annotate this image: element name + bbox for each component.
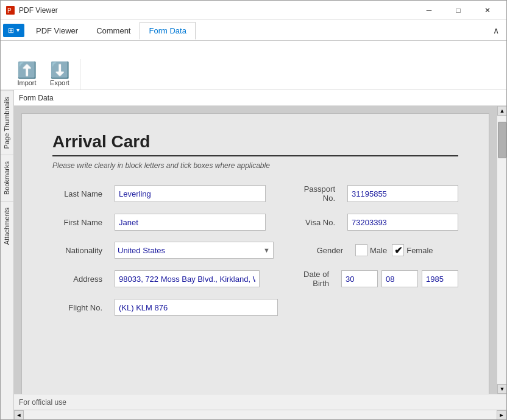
horizontal-scrollbar: ◄ ► — [14, 410, 506, 419]
gender-female-item: ✔ Female — [392, 244, 433, 256]
gender-options: Male ✔ Female — [355, 244, 433, 256]
male-label: Male — [370, 246, 387, 255]
scroll-left-button[interactable]: ◄ — [14, 410, 24, 420]
sidebar-item-bookmarks[interactable]: Bookmarks — [1, 155, 13, 201]
address-input[interactable] — [115, 270, 260, 287]
last-name-label: Last Name — [52, 189, 107, 198]
svg-text:P: P — [7, 7, 12, 14]
row-first-name: First Name Visa No. — [52, 214, 458, 231]
dob-group: Date of Birth — [285, 270, 458, 288]
dob-label: Date of Birth — [285, 270, 334, 288]
passport-input[interactable] — [347, 185, 458, 202]
hscroll-track[interactable] — [24, 410, 497, 420]
main-area: Page Thumbnails Bookmarks Attachments Fo… — [1, 90, 506, 419]
side-panel: Page Thumbnails Bookmarks Attachments — [1, 90, 14, 419]
flight-no-input[interactable] — [115, 299, 278, 316]
window-title: PDF Viewer — [19, 6, 415, 15]
passport-label: Passport No. — [291, 184, 340, 203]
scroll-right-button[interactable]: ► — [497, 410, 506, 420]
flight-no-label: Flight No. — [52, 303, 107, 312]
pdf-page: Arrival Card Please write clearly in blo… — [21, 113, 489, 394]
gender-male-item: Male — [355, 244, 387, 256]
close-button[interactable]: ✕ — [473, 1, 502, 20]
export-label: Export — [50, 79, 69, 86]
home-dropdown-icon: ▾ — [16, 27, 20, 33]
footer-label: For official use — [19, 398, 66, 407]
row-nationality: Nationality United States ▼ Gender — [52, 242, 458, 259]
last-name-input[interactable] — [115, 185, 266, 202]
visa-input[interactable] — [347, 214, 458, 231]
sidebar-item-page-thumbnails[interactable]: Page Thumbnails — [1, 90, 13, 155]
app-window: P PDF Viewer ─ □ ✕ ⊞ ▾ PDF Viewer Commen… — [0, 0, 507, 420]
ribbon-content: ⬆️ Import ⬇️ Export — [1, 41, 506, 89]
scroll-area: Arrival Card Please write clearly in blo… — [14, 106, 506, 394]
nationality-label: Nationality — [52, 246, 107, 255]
nationality-select-wrap: United States ▼ — [115, 242, 274, 259]
row-flight-no: Flight No. — [52, 299, 458, 316]
title-bar: P PDF Viewer ─ □ ✕ — [1, 1, 506, 20]
form-instruction: Please write clearly in block letters an… — [52, 161, 458, 170]
tab-form-data[interactable]: Form Data — [140, 22, 195, 40]
document-container: Arrival Card Please write clearly in blo… — [14, 106, 497, 394]
content-wrap: Form Data Arrival Card Please write clea… — [14, 90, 506, 419]
address-label: Address — [52, 275, 107, 284]
nationality-select[interactable]: United States — [115, 242, 274, 259]
ribbon-buttons: ⬆️ Import ⬇️ Export — [12, 59, 75, 89]
ribbon-group-import-export: ⬆️ Import ⬇️ Export — [7, 59, 80, 89]
dob-fields — [341, 270, 458, 287]
grid-icon: ⊞ — [8, 26, 14, 35]
import-icon: ⬆️ — [17, 62, 37, 78]
visa-label: Visa No. — [291, 218, 340, 227]
gender-group: Gender Male ✔ Female — [299, 244, 458, 256]
scroll-track[interactable] — [497, 116, 506, 384]
maximize-button[interactable]: □ — [444, 1, 472, 20]
sidebar-item-attachments[interactable]: Attachments — [1, 201, 13, 251]
dob-month-input[interactable] — [381, 270, 418, 287]
ribbon-collapse-button[interactable]: ∧ — [488, 23, 504, 38]
scroll-up-button[interactable]: ▲ — [497, 106, 506, 116]
breadcrumb-label: Form Data — [19, 94, 54, 102]
dob-day-input[interactable] — [341, 270, 378, 287]
app-icon: P — [5, 5, 15, 15]
window-controls: ─ □ ✕ — [415, 1, 502, 20]
import-button[interactable]: ⬆️ Import — [12, 59, 42, 89]
dob-year-input[interactable] — [422, 270, 458, 287]
visa-group: Visa No. — [291, 214, 458, 231]
first-name-label: First Name — [52, 218, 107, 227]
vertical-scrollbar: ▲ ▼ — [497, 106, 506, 394]
female-label: Female — [406, 246, 433, 255]
scroll-down-button[interactable]: ▼ — [497, 384, 506, 394]
scroll-thumb[interactable] — [498, 122, 506, 158]
form-divider — [52, 155, 458, 156]
breadcrumb: Form Data — [14, 90, 506, 106]
gender-male-checkbox[interactable] — [355, 244, 367, 256]
minimize-button[interactable]: ─ — [415, 1, 443, 20]
tab-pdf-viewer[interactable]: PDF Viewer — [27, 22, 87, 40]
first-name-input[interactable] — [115, 214, 266, 231]
footer-bar: For official use — [14, 394, 506, 410]
gender-female-checkbox[interactable]: ✔ — [392, 244, 404, 256]
import-label: Import — [17, 79, 36, 86]
row-last-name: Last Name Passport No. — [52, 184, 458, 203]
gender-label: Gender — [299, 246, 348, 255]
export-icon: ⬇️ — [50, 62, 69, 78]
row-address: Address Date of Birth — [52, 270, 458, 288]
form-title: Arrival Card — [52, 132, 458, 152]
home-tab-button[interactable]: ⊞ ▾ — [3, 24, 24, 37]
tab-comment[interactable]: Comment — [87, 22, 140, 40]
ribbon-tab-bar: ⊞ ▾ PDF Viewer Comment Form Data ∧ — [1, 20, 506, 41]
export-button[interactable]: ⬇️ Export — [44, 59, 75, 89]
ribbon: ⊞ ▾ PDF Viewer Comment Form Data ∧ ⬆️ Im… — [1, 20, 506, 90]
passport-group: Passport No. — [291, 184, 458, 203]
